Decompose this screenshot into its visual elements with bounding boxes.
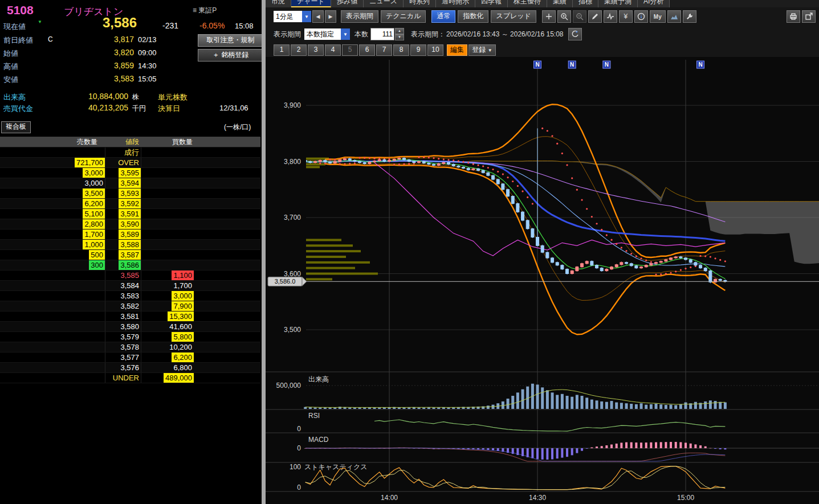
book-row-sell[interactable]: 1,700 3,589 (0, 230, 260, 240)
prev-timeframe-button[interactable]: ◀ (312, 10, 324, 23)
info-icon[interactable] (634, 10, 648, 23)
preset-button-10[interactable]: 10 (427, 44, 443, 56)
technical-button[interactable]: テクニカル (381, 10, 426, 23)
draw-pencil-icon[interactable] (588, 10, 602, 23)
book-row-buy[interactable]: 3,576 6,800 (0, 363, 260, 373)
svg-text:3,700: 3,700 (284, 214, 301, 222)
preset-button-3[interactable]: 3 (308, 44, 324, 56)
book-row-buy[interactable]: 3,580 41,600 (0, 322, 260, 332)
top-tab-2[interactable]: 歩み値 (331, 0, 364, 7)
book-row-sell[interactable]: 3,000 3,595 (0, 168, 260, 178)
price-chart-canvas[interactable]: 3,9003,8003,7003,6003,50014:0014:3015:00… (266, 57, 819, 504)
book-row-sell[interactable]: 721,700 OVER (0, 158, 260, 168)
plus-icon: ＋ (213, 51, 221, 59)
book-row-sell[interactable]: 500 3,587 (0, 250, 260, 260)
detail-label: 安値 (3, 75, 18, 85)
book-row-sell[interactable]: 5,100 3,591 (0, 209, 260, 219)
book-row-sell[interactable]: 2,800 3,590 (0, 219, 260, 230)
count-label: 本数 (355, 30, 368, 39)
panel-splitter[interactable] (262, 0, 266, 504)
chart-type-icon[interactable] (667, 10, 681, 23)
book-row-buy[interactable]: 3,583 3,000 (0, 291, 260, 301)
top-tab-6[interactable]: 四季報 (475, 0, 508, 7)
top-tab-3[interactable]: ニュース (364, 0, 404, 7)
current-price-label: 現在値 (3, 22, 26, 32)
book-row-buy[interactable]: 3,582 7,900 (0, 301, 260, 312)
book-row-buy[interactable]: 3,581 15,300 (0, 312, 260, 322)
mode-index-button[interactable]: 指数化 (458, 10, 488, 23)
edit-preset-button[interactable]: 編集 (447, 44, 467, 56)
display-period-button[interactable]: 表示期間 (341, 10, 378, 23)
turnover-label: 売買代金 (3, 104, 33, 114)
yen-tool-icon[interactable]: ¥ (619, 10, 633, 23)
preset-button-4[interactable]: 4 (325, 44, 341, 56)
top-tab-4[interactable]: 時系列 (404, 0, 436, 7)
next-timeframe-button[interactable]: ▶ (325, 10, 336, 23)
zoom-out-icon[interactable] (573, 10, 586, 23)
book-qty: 1,100 (172, 271, 194, 280)
top-tab-9[interactable]: 指標 (573, 0, 598, 7)
zoom-in-icon[interactable] (557, 10, 571, 23)
spin-down-icon[interactable]: ▼ (395, 34, 404, 40)
top-tab-11[interactable]: AI分析 (638, 0, 670, 7)
book-row-sell[interactable]: 3,000 3,594 (0, 178, 260, 189)
timeframe-select[interactable]: 1分足 ▼ (274, 11, 311, 22)
book-row-buy[interactable]: 3,577 6,200 (0, 353, 260, 363)
book-row-buy[interactable]: 3,579 5,800 (0, 332, 260, 342)
book-row-buy[interactable]: 3,578 10,200 (0, 342, 260, 353)
top-tab-0[interactable]: 市況 (266, 0, 291, 7)
book-row-buy[interactable]: UNDER 489,000 (0, 373, 260, 383)
popout-window-icon[interactable] (802, 10, 816, 23)
preset-button-6[interactable]: 6 (359, 44, 375, 56)
add-icon[interactable] (542, 10, 556, 23)
book-price: 3,585 (119, 271, 141, 280)
book-row-buy[interactable]: 3,584 1,700 (0, 281, 260, 291)
preset-button-1[interactable]: 1 (274, 44, 290, 56)
top-tab-8[interactable]: 業績 (547, 0, 573, 7)
book-qty: 1,000 (83, 240, 105, 249)
news-marker[interactable]: N (603, 61, 610, 68)
svg-text:0: 0 (297, 444, 301, 452)
spin-up-icon[interactable]: ▲ (395, 28, 404, 34)
bar-count-input[interactable] (370, 28, 394, 40)
top-tab-7[interactable]: 株主優待 (508, 0, 547, 7)
book-row-sell[interactable]: 1,000 3,588 (0, 240, 260, 250)
svg-text:3,600: 3,600 (284, 270, 301, 278)
top-tab-1[interactable]: チャート (291, 0, 331, 7)
news-marker[interactable]: N (697, 61, 704, 68)
top-tab-5[interactable]: 適時開示 (436, 0, 475, 7)
preset-button-5[interactable]: 5 (342, 44, 358, 56)
preset-button-2[interactable]: 2 (291, 44, 307, 56)
order-book-rows: 成行 721,700 OVER 3,000 3,595 3,000 3,594 … (0, 147, 260, 383)
mode-normal-button[interactable]: 通常 (431, 10, 455, 23)
book-qty: 2,800 (83, 219, 105, 229)
board-mode-tab[interactable]: 複合板 (1, 121, 31, 133)
period-mode-select[interactable]: 本数指定 ▼ (304, 28, 350, 40)
preset-button-7[interactable]: 7 (376, 44, 392, 56)
book-row-sell[interactable]: 6,200 3,592 (0, 199, 260, 209)
trade-caution-button[interactable]: 取引注意・規制 (198, 34, 263, 47)
book-row-buy[interactable]: 3,585 1,100 (0, 271, 260, 281)
board-unit-note: (一株/口) (224, 122, 251, 132)
settings-wrench-icon[interactable] (683, 10, 696, 23)
count-spinner[interactable]: ▲▼ (395, 28, 404, 40)
preset-button-8[interactable]: 8 (393, 44, 409, 56)
news-marker[interactable]: N (568, 61, 576, 68)
reset-period-icon[interactable] (568, 28, 582, 40)
register-preset-button[interactable]: 登録 ▼ (468, 44, 496, 56)
book-row-sell[interactable]: 300 3,586 (0, 260, 260, 271)
my-indicator-icon[interactable]: My (650, 10, 666, 23)
svg-text:N: N (605, 62, 609, 68)
book-row-sell[interactable]: 3,500 3,593 (0, 189, 260, 199)
book-price: 3,590 (119, 219, 141, 229)
svg-text:出来高: 出来高 (308, 375, 329, 383)
top-tab-10[interactable]: 業績予測 (598, 0, 638, 7)
print-icon[interactable] (787, 10, 800, 23)
mode-spread-button[interactable]: スプレッド (491, 10, 536, 23)
news-marker[interactable]: N (534, 61, 541, 68)
preset-button-9[interactable]: 9 (410, 44, 426, 56)
svg-text:N: N (535, 62, 539, 68)
register-symbol-button[interactable]: ＋ 銘柄登録 (198, 49, 263, 62)
market-order-row[interactable]: 成行 (0, 147, 260, 158)
trendline-tool-icon[interactable] (604, 10, 617, 23)
